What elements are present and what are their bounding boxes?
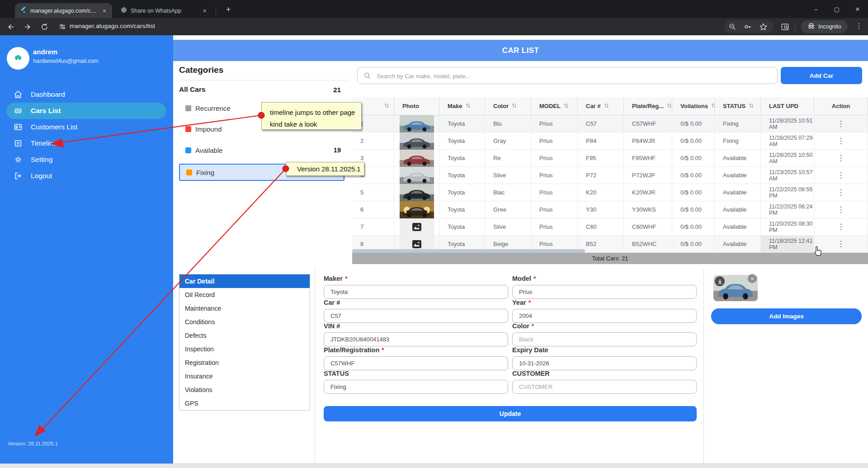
column-header-make[interactable]: Make [439,97,485,115]
status-field[interactable] [324,380,508,394]
customer-label: CUSTOMER [512,370,550,377]
detail-tab-inspection[interactable]: Inspection [179,342,310,356]
category-all-cars[interactable]: All Cars 21 [179,84,348,95]
detail-tab-defects[interactable]: Defects [179,329,310,342]
forward-icon[interactable] [22,21,33,32]
action-cell: ⋮ [814,218,868,236]
new-tab-button[interactable]: + [222,4,234,15]
car-field[interactable] [324,309,508,323]
plate-registration-label: Plate/Registration* [324,346,384,354]
url-bar[interactable]: manager.alugago.com/cars/list [70,23,155,29]
plate-cell: C60WHF [624,218,672,236]
row-menu-icon[interactable]: ⋮ [837,154,845,162]
detail-tab-conditions[interactable]: Conditions [179,315,310,329]
row-menu-icon[interactable]: ⋮ [837,223,845,231]
plate-cell: B52WHC [624,236,672,253]
detail-tab-oil-record[interactable]: Oil Record [179,288,310,302]
sidebar-item-timeline[interactable]: Timeline [0,135,173,151]
download-image-icon[interactable] [715,276,725,286]
window-close-button[interactable]: ✕ [847,6,868,13]
vin-label: VIN # [324,322,340,330]
action-cell: ⋮ [814,132,868,150]
sidebar-item-logout[interactable]: Logout [0,168,173,184]
table-horizontal-scrollbar[interactable] [352,249,585,253]
column-header-plate[interactable]: Plate/Reg... [624,97,672,115]
sort-icon[interactable] [512,103,517,110]
sidebar-item-customers-list[interactable]: Customers List [0,119,173,135]
zoom-icon[interactable] [727,21,738,32]
table-footer: Total Cars: 21 [352,253,868,264]
detail-tab-maintenance[interactable]: Maintenance [179,302,310,315]
maker-field[interactable] [324,285,508,299]
sort-icon[interactable] [564,103,569,110]
update-button[interactable]: Update [324,406,697,421]
detail-tab-insurance[interactable]: Insurance [179,369,310,383]
divider [703,269,704,468]
bookmark-star-icon[interactable] [758,21,769,32]
column-header-model[interactable]: MODEL [531,97,578,115]
sort-icon[interactable] [667,103,672,110]
password-key-icon[interactable] [742,21,753,32]
browser-menu-icon[interactable]: ⋮ [855,22,863,30]
setting-icon [14,155,23,164]
browser-tab-car-list[interactable]: manager.alugago.com/cars/list × [15,3,112,18]
add-images-button[interactable]: Add Images [711,308,862,324]
add-car-button[interactable]: Add Car [781,67,862,84]
detail-tab-registration[interactable]: Registration [179,356,310,369]
row-menu-icon[interactable]: ⋮ [837,120,845,128]
row-menu-icon[interactable]: ⋮ [837,240,845,248]
sidebar-item-dashboard[interactable]: Dashboard [0,86,173,103]
detail-tab-violations[interactable]: Violations [179,383,310,397]
home-icon [14,90,23,99]
column-header-color[interactable]: Color [485,97,531,115]
column-header-status[interactable]: STATUS [715,97,761,115]
sort-icon[interactable] [384,103,389,110]
globe-favicon-icon [121,7,127,14]
sidebar-item-label: Customers List [31,123,77,131]
side-panel-search-icon[interactable] [779,21,790,32]
page-scrollbar-track[interactable] [0,463,868,468]
sidebar-item-setting[interactable]: Setting [0,151,173,168]
search-input[interactable] [376,68,771,84]
window-minimize-button[interactable]: – [806,6,826,13]
row-menu-icon[interactable]: ⋮ [837,189,845,196]
reload-icon[interactable] [39,21,50,32]
tab-close-icon[interactable]: × [101,7,108,14]
back-icon[interactable] [5,21,16,32]
vin-field[interactable] [324,332,508,346]
category-item-available[interactable]: Available19 [179,142,348,158]
row-menu-icon[interactable]: ⋮ [837,137,845,145]
detail-tab-gps[interactable]: GPS [179,397,310,410]
last_upd-cell: 11/18/2025 12:41 PM [761,236,814,253]
sort-icon[interactable] [749,103,754,110]
customer-field[interactable] [512,380,697,394]
car_no-cell: P84 [578,132,624,150]
column-header-car_no[interactable]: Car # [578,97,624,115]
car-photo [400,150,434,167]
sort-icon[interactable] [466,103,471,110]
window-maximize-button[interactable]: ▢ [826,6,847,13]
color-field[interactable] [512,332,697,346]
action-cell: ⋮ [814,236,868,253]
row-menu-icon[interactable]: ⋮ [837,206,845,213]
sort-icon[interactable] [604,103,609,110]
model-field[interactable] [512,285,697,299]
column-header-action: Action [814,97,868,115]
row-menu-icon[interactable]: ⋮ [837,171,845,179]
plate-registration-field[interactable] [324,356,508,370]
tab-close-icon[interactable]: × [202,7,208,14]
make-cell: Toyota [439,184,485,201]
sidebar-item-cars-list[interactable]: Cars List [6,103,166,119]
year-field[interactable] [512,309,697,323]
browser-tab-whatsapp[interactable]: Share on WhatsApp × [115,3,212,18]
annotation-note-timeline: timeline jumps to other page kind take a… [261,102,362,130]
expiry-date-field[interactable] [512,356,697,370]
column-header-violations[interactable]: Voilations [672,97,715,115]
site-settings-icon[interactable] [57,21,68,32]
browser-window: manager.alugago.com/cars/list × Share on… [0,0,868,468]
sidebar-item-label: Cars List [31,107,61,115]
action-cell: ⋮ [814,184,868,201]
model-cell: Prius [531,218,578,236]
detail-tab-car-detail[interactable]: Car Detail [179,274,310,288]
remove-image-icon[interactable]: × [748,274,757,283]
